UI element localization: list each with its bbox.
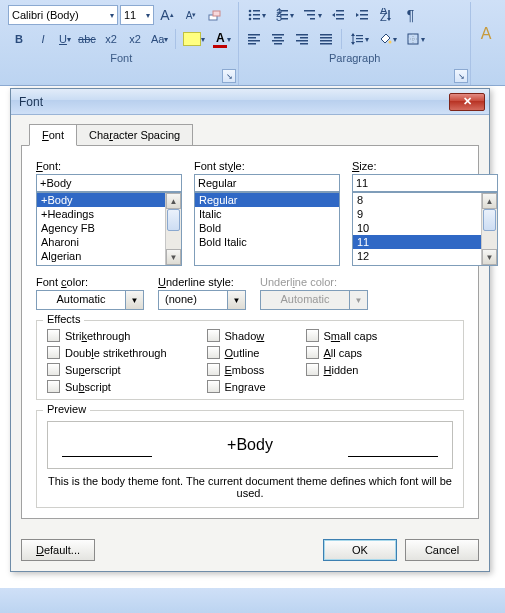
checkbox-hidden[interactable]: Hidden — [306, 363, 378, 376]
numbering-button[interactable]: 123▾ — [271, 4, 297, 26]
chevron-down-icon: ▼ — [126, 290, 144, 310]
italic-button[interactable]: I — [32, 28, 54, 50]
checkbox-outline[interactable]: Outline — [207, 346, 266, 359]
checkbox-icon — [207, 363, 220, 376]
list-item[interactable]: +Body — [37, 193, 165, 207]
checkbox-all-caps[interactable]: All caps — [306, 346, 378, 359]
strikethrough-button[interactable]: abc — [76, 28, 98, 50]
font-style-listbox[interactable]: Regular Italic Bold Bold Italic — [194, 192, 340, 266]
styles-partial-button[interactable]: A — [475, 4, 497, 64]
list-item[interactable]: Bold — [195, 221, 339, 235]
list-item[interactable]: +Headings — [37, 207, 165, 221]
checkbox-icon — [47, 346, 60, 359]
svg-text:3: 3 — [276, 11, 282, 22]
checkbox-superscript[interactable]: Superscript — [47, 363, 167, 376]
highlight-button[interactable]: ▾ — [180, 28, 208, 50]
checkbox-emboss[interactable]: Emboss — [207, 363, 266, 376]
bullets-icon — [246, 7, 262, 23]
shrink-font-button[interactable]: A▾ — [180, 4, 202, 26]
bold-button[interactable]: B — [8, 28, 30, 50]
align-right-button[interactable] — [291, 28, 313, 50]
list-item[interactable]: Agency FB — [37, 221, 165, 235]
scroll-up-button[interactable]: ▲ — [166, 193, 181, 209]
sort-button[interactable]: AZ — [375, 4, 397, 26]
list-item[interactable]: Regular — [195, 193, 339, 207]
svg-rect-35 — [272, 40, 284, 42]
checkbox-shadow[interactable]: Shadow — [207, 329, 266, 342]
checkbox-icon — [306, 329, 319, 342]
align-center-icon — [270, 31, 286, 47]
preview-legend: Preview — [43, 403, 90, 415]
font-input[interactable] — [36, 174, 182, 192]
close-icon: ✕ — [463, 95, 472, 107]
ribbon-group-paragraph: ▾ 123▾ ▾ AZ ¶ ▾ ▾ ▾ Paragraph ↘ — [239, 2, 471, 85]
list-item[interactable]: Algerian — [37, 249, 165, 263]
borders-button[interactable]: ▾ — [402, 28, 428, 50]
scroll-up-button[interactable]: ▲ — [482, 193, 497, 209]
list-item[interactable]: Italic — [195, 207, 339, 221]
paragraph-dialog-launcher[interactable]: ↘ — [454, 69, 468, 83]
grow-font-button[interactable]: A▴ — [156, 4, 178, 26]
list-item[interactable]: 12 — [353, 249, 481, 263]
checkbox-icon — [47, 363, 60, 376]
scroll-down-button[interactable]: ▼ — [166, 249, 181, 265]
bullets-button[interactable]: ▾ — [243, 4, 269, 26]
show-marks-button[interactable]: ¶ — [399, 4, 421, 26]
font-style-input[interactable] — [194, 174, 340, 192]
underline-button[interactable]: U▾ — [56, 28, 74, 50]
chevron-down-icon: ▼ — [228, 290, 246, 310]
size-listbox[interactable]: 8 9 10 11 12 ▲ ▼ — [352, 192, 498, 266]
font-listbox[interactable]: +Body +Headings Agency FB Aharoni Algeri… — [36, 192, 182, 266]
list-item[interactable]: 11 — [353, 235, 481, 249]
tab-character-spacing[interactable]: Character Spacing — [76, 124, 193, 146]
increase-indent-button[interactable] — [351, 4, 373, 26]
list-item[interactable]: 9 — [353, 207, 481, 221]
scroll-thumb[interactable] — [483, 209, 496, 231]
default-button[interactable]: Default... — [21, 539, 95, 561]
titlebar[interactable]: Font ✕ — [11, 89, 489, 115]
font-dialog-launcher[interactable]: ↘ — [222, 69, 236, 83]
checkbox-double-strikethrough[interactable]: Double strikethrough — [47, 346, 167, 359]
superscript-button[interactable]: x2 — [124, 28, 146, 50]
shading-button[interactable]: ▾ — [374, 28, 400, 50]
checkbox-strikethrough[interactable]: Strikethrough — [47, 329, 167, 342]
list-item[interactable]: 8 — [353, 193, 481, 207]
line-spacing-icon — [349, 31, 365, 47]
font-color-combo[interactable]: Automatic ▼ — [36, 290, 144, 310]
font-name-combo[interactable]: Calibri (Body) ▾ — [8, 5, 118, 25]
svg-rect-18 — [336, 14, 344, 16]
line-spacing-button[interactable]: ▾ — [346, 28, 372, 50]
font-color-icon: A — [213, 31, 227, 48]
underline-style-combo[interactable]: (none) ▼ — [158, 290, 246, 310]
svg-rect-17 — [336, 10, 344, 12]
list-item[interactable]: Aharoni — [37, 235, 165, 249]
cancel-button[interactable]: Cancel — [405, 539, 479, 561]
subscript-button[interactable]: x2 — [100, 28, 122, 50]
scrollbar[interactable]: ▲ ▼ — [165, 193, 181, 265]
justify-button[interactable] — [315, 28, 337, 50]
change-case-button[interactable]: Aa▾ — [148, 28, 171, 50]
tab-font[interactable]: Font — [29, 124, 77, 146]
scroll-down-button[interactable]: ▼ — [482, 249, 497, 265]
scrollbar[interactable]: ▲ ▼ — [481, 193, 497, 265]
group-label-font: Font — [8, 50, 234, 66]
svg-rect-1 — [213, 11, 220, 16]
checkbox-subscript[interactable]: Subscript — [47, 380, 167, 393]
align-center-button[interactable] — [267, 28, 289, 50]
font-color-button[interactable]: A▾ — [210, 28, 234, 50]
font-size-combo[interactable]: 11 ▾ — [120, 5, 154, 25]
checkbox-small-caps[interactable]: Small caps — [306, 329, 378, 342]
list-item[interactable]: Bold Italic — [195, 235, 339, 249]
close-button[interactable]: ✕ — [449, 93, 485, 111]
clear-formatting-button[interactable] — [204, 4, 226, 26]
align-left-button[interactable] — [243, 28, 265, 50]
decrease-indent-button[interactable] — [327, 4, 349, 26]
scroll-thumb[interactable] — [167, 209, 180, 231]
size-input[interactable] — [352, 174, 498, 192]
ok-button[interactable]: OK — [323, 539, 397, 561]
svg-rect-32 — [248, 43, 256, 45]
checkbox-engrave[interactable]: Engrave — [207, 380, 266, 393]
svg-marker-46 — [351, 33, 355, 36]
list-item[interactable]: 10 — [353, 221, 481, 235]
multilevel-list-button[interactable]: ▾ — [299, 4, 325, 26]
